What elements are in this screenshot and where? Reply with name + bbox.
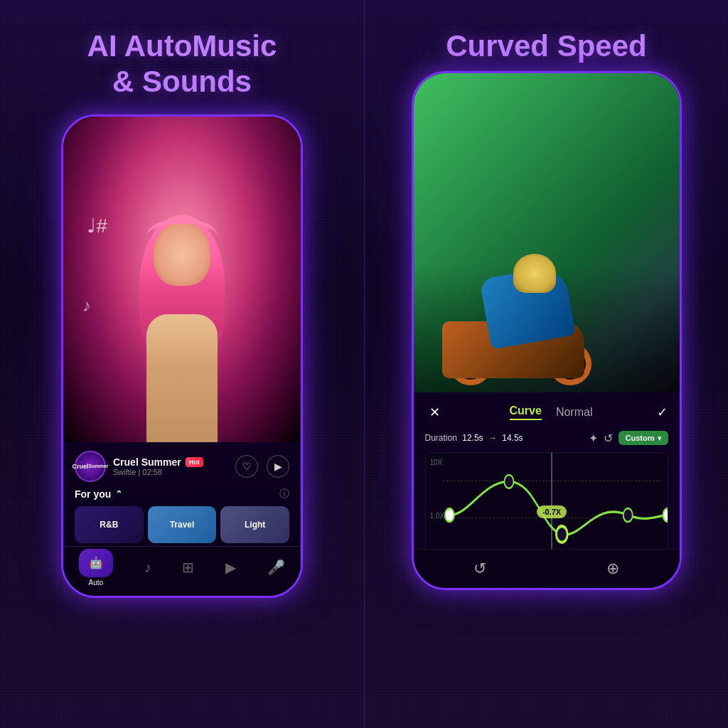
- custom-button[interactable]: Custom ▾: [619, 431, 668, 445]
- music-note-1: ♩#: [87, 214, 107, 237]
- duration-row: Duration 12.5s → 14.5s ✦ ↺ Custom ▾: [425, 431, 668, 445]
- song-info: Cruel Summer Cruel Summer Hot Swiftie | …: [75, 451, 203, 482]
- song-text-block: Cruel Summer Hot Swiftie | 02:58: [113, 456, 203, 476]
- left-phone-nav: 🤖 Auto ♪ ⊞ ▶ 🎤: [63, 546, 301, 596]
- close-button[interactable]: ✕: [425, 402, 445, 422]
- music-note-2: ♪: [82, 296, 91, 316]
- left-phone-photo: ♩# ♪: [63, 117, 301, 442]
- nav-auto-bg: 🤖: [79, 549, 113, 577]
- custom-chevron-icon: ▾: [658, 434, 661, 442]
- song-row: Cruel Summer Cruel Summer Hot Swiftie | …: [75, 451, 289, 482]
- svg-point-1: [504, 475, 513, 488]
- song-album-art: Cruel Summer: [75, 451, 106, 482]
- girl-headphones: [146, 218, 218, 254]
- undo-button[interactable]: ↺: [473, 560, 486, 578]
- phone-right-mockup: ✕ Curve Normal ✓ Duration 12.5s → 14.5s …: [412, 71, 682, 590]
- racer-helmet: [513, 254, 556, 293]
- nav-grid-icon: ⊞: [182, 559, 194, 576]
- heart-button[interactable]: ♡: [235, 455, 258, 478]
- nav-item-grid[interactable]: ⊞: [182, 559, 194, 576]
- left-title-text: AI AutoMusic & Sounds: [87, 28, 277, 100]
- right-title: Curved Speed: [446, 28, 646, 64]
- for-you-row: For you ⌃ ⓘ: [75, 488, 289, 500]
- right-title-text: Curved Speed: [446, 28, 646, 64]
- right-phone-toolbar: ↺ ⊕: [414, 549, 680, 588]
- nav-music-icon: ♪: [144, 560, 151, 576]
- svg-point-3: [623, 508, 632, 522]
- nav-auto-icon: 🤖: [89, 556, 103, 569]
- racer-figure: [442, 236, 599, 378]
- right-panel: Curved Speed ✕ Curve Normal ✓: [364, 0, 728, 728]
- nav-item-mic[interactable]: 🎤: [267, 559, 285, 576]
- hot-badge: Hot: [186, 457, 203, 467]
- duration-label: Duration 12.5s → 14.5s: [425, 433, 523, 443]
- svg-point-4: [663, 508, 668, 522]
- add-point-button[interactable]: ⊕: [606, 560, 619, 578]
- tab-row: Curve Normal: [510, 405, 593, 420]
- speed-tooltip: -0.7X: [537, 505, 567, 518]
- girl-figure: [111, 215, 253, 442]
- right-phone-bottom: ✕ Curve Normal ✓ Duration 12.5s → 14.5s …: [414, 392, 680, 588]
- duration-actions: ✦ ↺ Custom ▾: [589, 431, 668, 445]
- confirm-button[interactable]: ✓: [657, 405, 668, 420]
- nav-item-auto[interactable]: 🤖 Auto: [79, 549, 113, 587]
- svg-point-0: [444, 508, 454, 522]
- nav-item-music[interactable]: ♪: [144, 560, 151, 576]
- speed-controls-row: ✕ Curve Normal ✓: [425, 402, 668, 422]
- girl-body: [146, 314, 218, 442]
- reset-button[interactable]: ↺: [604, 432, 613, 445]
- nav-auto-label: Auto: [89, 579, 104, 587]
- genre-rnb[interactable]: R&B: [75, 506, 144, 543]
- svg-point-2: [556, 527, 567, 542]
- nav-mic-icon: 🎤: [267, 559, 285, 576]
- chart-label-10x: 10X: [430, 459, 443, 466]
- play-button[interactable]: ▶: [267, 455, 289, 478]
- left-panel: AI AutoMusic & Sounds ♩# ♪ Cruel: [0, 0, 364, 728]
- nav-item-play[interactable]: ▶: [225, 559, 236, 576]
- genre-travel[interactable]: Travel: [148, 506, 217, 543]
- phone-left-mockup: ♩# ♪ Cruel Summer Cruel Summer Hot: [61, 114, 303, 598]
- info-icon[interactable]: ⓘ: [279, 488, 289, 500]
- song-actions: ♡ ▶: [235, 455, 289, 478]
- genre-light[interactable]: Light: [220, 506, 289, 543]
- song-subtitle: Swiftie | 02:58: [113, 468, 203, 476]
- chevron-up-icon[interactable]: ⌃: [115, 489, 122, 499]
- left-title: AI AutoMusic & Sounds: [87, 28, 277, 100]
- nav-play-icon: ▶: [225, 559, 236, 576]
- for-you-label: For you ⌃: [75, 488, 122, 500]
- right-phone-photo: [414, 73, 680, 392]
- song-title-row: Cruel Summer Hot: [113, 456, 203, 468]
- tab-normal[interactable]: Normal: [556, 406, 593, 419]
- song-title: Cruel Summer: [113, 456, 181, 468]
- magic-wand-button[interactable]: ✦: [589, 432, 598, 445]
- tab-curve[interactable]: Curve: [510, 405, 542, 420]
